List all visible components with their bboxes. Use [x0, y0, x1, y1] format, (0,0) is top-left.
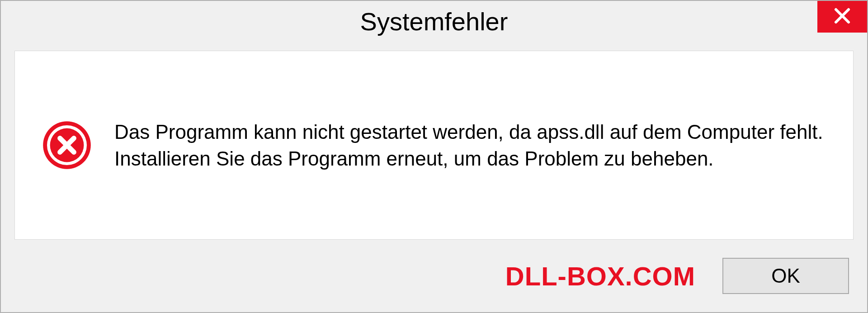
dialog-footer: DLL-BOX.COM OK — [1, 240, 867, 312]
close-button[interactable] — [817, 1, 867, 33]
error-icon — [42, 120, 92, 170]
ok-button[interactable]: OK — [722, 258, 849, 294]
dialog-title: Systemfehler — [360, 7, 508, 36]
error-message: Das Programm kann nicht gestartet werden… — [114, 119, 826, 172]
titlebar: Systemfehler — [1, 1, 867, 42]
watermark-text: DLL-BOX.COM — [505, 261, 695, 291]
close-icon — [833, 7, 851, 27]
content-panel: Das Programm kann nicht gestartet werden… — [14, 51, 854, 240]
error-dialog: Systemfehler Das Programm kann nicht ges… — [0, 0, 868, 313]
